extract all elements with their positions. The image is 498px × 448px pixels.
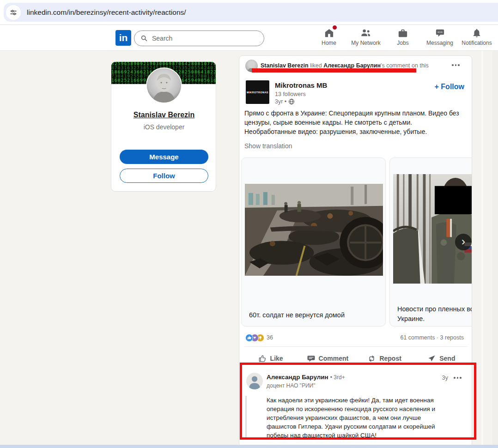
search-icon xyxy=(140,35,148,42)
soldier-forest-image xyxy=(393,174,472,284)
follow-button[interactable]: Follow xyxy=(120,169,208,183)
nav-home[interactable]: Home xyxy=(310,26,347,49)
profile-headline: iOS developer xyxy=(111,123,216,131)
site-settings-icon[interactable] xyxy=(6,5,21,20)
company-follow-button[interactable]: + Follow xyxy=(435,83,464,91)
taskbar-edge xyxy=(0,445,498,448)
jobs-icon xyxy=(398,28,408,38)
scrollbar[interactable] xyxy=(492,51,498,445)
post-age: 3yr • xyxy=(275,98,295,105)
messaging-icon xyxy=(435,28,445,38)
omnibox[interactable]: linkedin.com/in/berezinsy/recent-activit… xyxy=(4,3,498,22)
comments-reposts-count[interactable]: 61 comments · 3 reposts xyxy=(400,334,464,341)
search-box[interactable] xyxy=(134,30,264,46)
linkedin-logo[interactable]: in xyxy=(115,30,131,46)
company-followers: 13 followers xyxy=(275,91,306,97)
divider xyxy=(244,346,468,347)
send-icon xyxy=(427,354,436,363)
image-caption: Новости про пленных во Украине. xyxy=(397,304,472,324)
nav-notifications[interactable]: Notifications xyxy=(458,26,495,49)
my-network-icon xyxy=(360,28,371,38)
notification-dot xyxy=(332,24,338,30)
like-reaction-icon xyxy=(245,334,253,342)
carousel-next-button[interactable]: › xyxy=(455,234,472,250)
nav-jobs[interactable]: Jobs xyxy=(384,26,421,49)
screen: linkedin.com/in/berezinsy/recent-activit… xyxy=(0,0,498,448)
profile-photo[interactable] xyxy=(146,67,182,103)
post-header-text[interactable]: Stanislav Berezin liked Александр Барули… xyxy=(261,62,448,69)
nav-my-network[interactable]: My Network xyxy=(347,26,384,49)
reactions-summary[interactable]: ♥ 36 xyxy=(245,333,273,342)
globe-icon xyxy=(288,98,295,105)
profile-card: 5259658909219030069870642808107788870316… xyxy=(111,61,216,192)
carousel-card-1[interactable]: 60т. солдат не вернутся домой xyxy=(241,157,386,327)
linkedin-navbar: in Home My Network xyxy=(0,25,498,51)
repost-icon xyxy=(367,354,376,363)
message-button[interactable]: Message xyxy=(120,150,208,164)
annotation-box xyxy=(240,363,476,440)
reaction-count[interactable]: 36 xyxy=(267,334,273,341)
nav-messaging[interactable]: Messaging xyxy=(421,26,458,49)
comment-icon xyxy=(307,354,316,363)
url-text[interactable]: linkedin.com/in/berezinsy/recent-activit… xyxy=(27,3,186,22)
show-translation-link[interactable]: Show translation xyxy=(244,142,292,150)
image-caption: 60т. солдат не вернутся домой xyxy=(249,310,345,320)
destroyed-vehicles-image xyxy=(245,184,383,276)
post-menu-icon[interactable] xyxy=(452,64,460,66)
company-name[interactable]: Mikrotronas MB xyxy=(275,81,327,89)
post-body-text: Прямо с фронта в Украине: Спецоперация к… xyxy=(244,109,465,136)
notifications-icon xyxy=(472,28,482,38)
content-gutter xyxy=(481,51,483,445)
company-logo[interactable]: MIKROTRONAS xyxy=(246,80,269,104)
profile-name-link[interactable]: Stanislav Berezin xyxy=(111,111,216,119)
search-input[interactable] xyxy=(152,35,254,42)
like-icon xyxy=(258,354,267,363)
browser-address-bar: linkedin.com/in/berezinsy/recent-activit… xyxy=(0,0,498,25)
annotation-underline xyxy=(252,68,416,73)
